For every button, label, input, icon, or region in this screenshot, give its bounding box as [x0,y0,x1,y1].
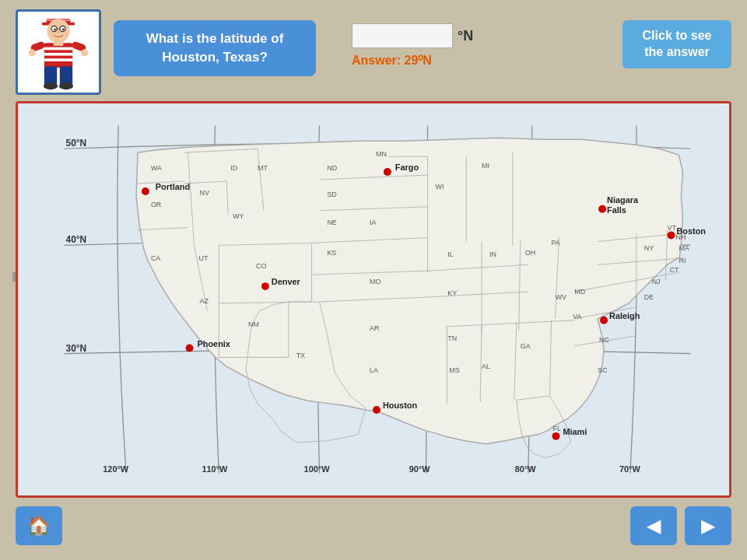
svg-text:80°W: 80°W [515,464,536,474]
svg-point-125 [384,168,391,176]
svg-text:ND: ND [327,164,337,172]
svg-text:NM: NM [248,320,259,328]
svg-text:MA: MA [679,244,689,252]
svg-text:SC: SC [598,366,608,374]
svg-text:UT: UT [198,254,208,262]
svg-point-134 [186,345,194,352]
home-icon: 🏠 [27,515,51,537]
svg-point-130 [668,232,675,240]
svg-text:70°W: 70°W [619,464,640,474]
svg-point-138 [373,406,381,414]
svg-text:KS: KS [327,249,336,257]
svg-text:VA: VA [573,313,581,320]
svg-point-140 [552,432,559,440]
svg-text:FL: FL [552,425,560,432]
svg-point-11 [57,31,60,33]
svg-point-3 [47,19,69,43]
answer-text: Answer: 29⁰N [352,53,432,68]
svg-rect-13 [44,47,72,51]
back-button[interactable]: ◀ [630,506,677,545]
svg-point-132 [261,282,269,290]
svg-text:RI: RI [679,257,686,264]
svg-text:50°N: 50°N [66,138,87,149]
svg-text:MD: MD [574,288,585,296]
svg-text:MT: MT [258,164,268,172]
svg-rect-16 [54,41,64,45]
click-answer-button[interactable]: Click to see the answer [622,20,731,68]
svg-text:Denver: Denver [272,277,301,286]
svg-text:Miami: Miami [563,427,587,436]
svg-text:NV: NV [199,189,209,197]
us-map-svg: WA OR CA NV UT AZ ID MT WY CO NM TX ND S… [18,103,729,495]
svg-text:AR: AR [370,324,380,332]
character-frame [16,9,101,95]
svg-text:Niagara: Niagara [607,195,639,205]
svg-point-6 [54,29,56,31]
bottom-nav: 🏠 ◀ ▶ [0,498,747,554]
svg-text:AZ: AZ [199,297,209,305]
svg-text:KY: KY [447,289,457,297]
forward-icon: ▶ [701,515,715,537]
svg-text:90°W: 90°W [409,464,430,474]
back-icon: ◀ [647,515,661,537]
svg-text:SD: SD [327,191,337,198]
svg-text:TN: TN [447,334,457,342]
answer-input[interactable] [352,23,453,48]
answer-area: °N Answer: 29⁰N [352,23,473,68]
question-text: What is the latitude of Houston, Texas? [146,31,284,65]
map-inner: WA OR CA NV UT AZ ID MT WY CO NM TX ND S… [18,103,729,495]
svg-text:WA: WA [151,164,162,172]
svg-text:GA: GA [521,342,531,350]
svg-text:WI: WI [435,183,444,191]
svg-text:WY: WY [233,212,244,220]
svg-text:30°N: 30°N [66,343,87,354]
svg-point-24 [81,49,88,56]
degree-label: °N [458,28,473,44]
svg-point-123 [142,187,149,195]
svg-text:Falls: Falls [607,205,626,215]
svg-text:PA: PA [552,239,560,247]
svg-text:MS: MS [449,366,459,374]
svg-text:LA: LA [370,366,378,374]
svg-text:CA: CA [151,254,160,262]
svg-text:AL: AL [482,362,490,370]
svg-point-23 [29,49,36,56]
svg-text:VT: VT [668,224,677,232]
svg-text:WV: WV [555,293,566,301]
svg-text:CT: CT [670,266,679,274]
svg-text:OR: OR [151,201,162,208]
svg-point-20 [59,82,73,89]
svg-text:IL: IL [447,250,453,258]
svg-text:ID: ID [230,164,237,172]
svg-text:120°W: 120°W [103,464,129,474]
svg-point-7 [62,29,65,31]
svg-text:MO: MO [370,278,381,285]
svg-text:MN: MN [376,150,387,158]
svg-text:MI: MI [482,162,489,170]
svg-text:IA: IA [370,219,376,226]
svg-rect-15 [44,58,72,61]
svg-text:CO: CO [256,262,266,270]
svg-point-136 [600,317,608,324]
svg-text:NC: NC [599,336,609,344]
svg-text:110°W: 110°W [202,464,228,474]
svg-text:NE: NE [327,219,336,226]
svg-text:IN: IN [489,250,496,258]
svg-text:Portland: Portland [156,182,190,191]
svg-point-19 [44,82,58,89]
question-bubble: What is the latitude of Houston, Texas? [114,20,316,76]
svg-point-127 [598,205,606,213]
svg-text:Boston: Boston [676,226,706,236]
svg-text:OH: OH [525,249,535,257]
svg-text:40°N: 40°N [66,234,87,245]
svg-text:NY: NY [644,244,654,252]
svg-text:NJ: NJ [652,278,661,285]
svg-text:Fargo: Fargo [395,163,419,172]
waldo-character [23,13,93,91]
svg-text:DE: DE [644,293,654,301]
map-container: WA OR CA NV UT AZ ID MT WY CO NM TX ND S… [16,101,731,498]
forward-button[interactable]: ▶ [685,506,731,545]
home-button[interactable]: 🏠 [16,506,62,545]
svg-text:Houston: Houston [383,401,417,410]
svg-text:Phoenix: Phoenix [197,339,230,348]
